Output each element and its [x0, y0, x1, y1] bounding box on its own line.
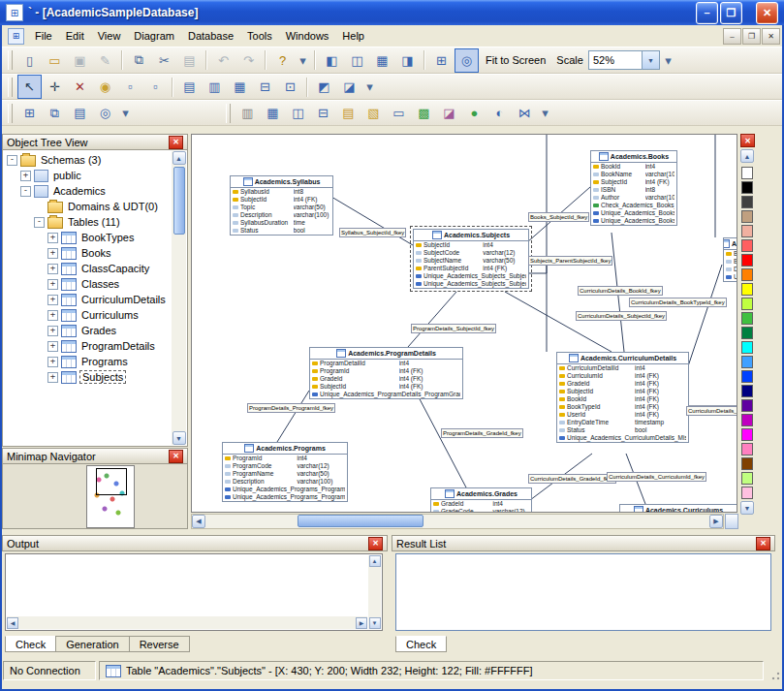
relation-label[interactable]: ProgramDetails_SubjectId_fkey [411, 324, 496, 333]
tree-expander-icon[interactable]: + [47, 341, 58, 352]
add-group-button[interactable]: ◐ [487, 101, 512, 125]
new-document-button[interactable]: ▯ [17, 48, 42, 73]
view-split-button[interactable]: ◫ [345, 48, 369, 73]
color-swatch-9[interactable] [741, 298, 753, 310]
add-stamp-button[interactable]: ◪ [437, 101, 461, 125]
color-swatch-22[interactable] [741, 487, 753, 499]
toolbar-grip[interactable] [8, 104, 13, 123]
close-icon[interactable] [169, 136, 183, 149]
entity-programdetails[interactable]: Academics.ProgramDetailsProgramDetailIdi… [309, 347, 463, 399]
relation-label[interactable]: ProgramDetails_ProgramId_fkey [247, 403, 335, 413]
color-swatch-13[interactable] [741, 356, 753, 368]
relation-label[interactable]: CurriculumDetails_UserId_fkey [686, 406, 737, 416]
scroll-down-icon[interactable] [172, 431, 186, 445]
same-width-button[interactable]: ⊟ [253, 75, 277, 99]
color-swatch-19[interactable] [741, 443, 753, 455]
menu-view[interactable]: View [91, 28, 128, 44]
close-icon[interactable] [740, 134, 755, 147]
maximize-button[interactable]: ❐ [720, 2, 742, 24]
tab-generation[interactable]: Generation [55, 636, 129, 652]
scale-combobox[interactable]: 52% [588, 50, 660, 70]
tree-item-academics[interactable]: -Academics [5, 183, 172, 199]
tree-item-programs[interactable]: +Programs [5, 354, 172, 369]
relation-label[interactable]: Subjects_ParentSubjectId_fkey [528, 256, 612, 266]
color-swatch-20[interactable] [741, 457, 753, 470]
zoom-tool-button[interactable]: ◎ [455, 48, 479, 73]
menu-edit[interactable]: Edit [59, 28, 91, 44]
print-diagram-button[interactable]: ▤ [68, 101, 92, 125]
tree-expander-icon[interactable]: + [47, 310, 58, 321]
color-swatch-0[interactable] [741, 167, 753, 179]
palette-scroll-up-icon[interactable] [740, 149, 754, 163]
toolbar-grip[interactable] [226, 104, 231, 123]
align-right-button[interactable]: ▦ [228, 75, 252, 99]
tree-item-subjects[interactable]: +Subjects [5, 369, 172, 385]
add-user-button[interactable]: ● [462, 101, 486, 125]
resize-grip[interactable] [767, 667, 781, 681]
add-table-button[interactable]: ▦ [261, 101, 285, 125]
move-tool[interactable]: ✛ [43, 75, 67, 99]
pan-tool[interactable]: ◉ [93, 75, 117, 99]
add-label-button[interactable]: ▭ [387, 101, 411, 125]
view-wide-button[interactable]: ◨ [395, 48, 420, 73]
scroll-left-icon[interactable] [7, 617, 18, 629]
menu-database[interactable]: Database [181, 28, 240, 44]
color-swatch-4[interactable] [741, 225, 753, 237]
tree-item-public[interactable]: +public [5, 168, 172, 183]
color-swatch-8[interactable] [741, 283, 753, 296]
copy-button[interactable]: ⧉ [127, 48, 151, 73]
view-grid-button[interactable]: ▦ [370, 48, 394, 73]
relation-label[interactable]: CurriculumDetails_CurriculumId_fkey [607, 472, 706, 482]
output-vscrollbar[interactable] [368, 555, 381, 629]
mdi-restore-button[interactable]: ❐ [742, 28, 761, 45]
undo-button[interactable]: ↶ [211, 48, 235, 73]
minimap-viewport[interactable] [96, 468, 127, 495]
tree-expander-icon[interactable]: - [20, 186, 31, 197]
entity-books[interactable]: Academics.BooksBookIdint4BookNamevarchar… [590, 150, 677, 226]
output-content[interactable] [5, 553, 383, 631]
color-swatch-21[interactable] [741, 472, 753, 485]
color-swatch-16[interactable] [741, 399, 753, 412]
tree-item-classes[interactable]: +Classes [5, 276, 172, 292]
paste-object-button[interactable]: ▥ [235, 101, 260, 125]
new-diagram-button[interactable]: ⊞ [17, 101, 42, 125]
color-swatch-1[interactable] [741, 181, 753, 194]
close-icon[interactable] [368, 537, 383, 550]
redo-button[interactable]: ↷ [236, 48, 261, 73]
scrollbar-track[interactable] [205, 515, 709, 528]
menu-tools[interactable]: Tools [240, 28, 279, 44]
align-middle-button[interactable]: ▥ [203, 75, 227, 99]
align-left-button[interactable]: ▤ [177, 75, 202, 99]
minimize-button[interactable]: – [696, 2, 718, 24]
relation-label[interactable]: CurriculumDetails_BookId_fkey [578, 286, 663, 296]
tree-expander-icon[interactable]: - [34, 217, 45, 228]
scroll-right-icon[interactable] [356, 617, 367, 629]
color-swatch-12[interactable] [741, 341, 753, 354]
tab-reverse[interactable]: Reverse [129, 636, 190, 652]
tree-expander-icon[interactable]: + [47, 295, 58, 305]
result-list-content[interactable] [395, 553, 771, 631]
tree-expander-icon[interactable]: + [47, 326, 58, 336]
cut-button[interactable]: ✂ [152, 48, 176, 73]
output-hscrollbar[interactable] [7, 616, 367, 629]
save-button[interactable]: ▣ [68, 48, 92, 73]
entity-booktypes[interactable]: Academics.BookTypesBookTypeIdint4BookTyp… [723, 237, 737, 282]
tree-expander-icon[interactable]: + [20, 171, 31, 181]
color-swatch-17[interactable] [741, 414, 753, 426]
scroll-right-icon[interactable] [709, 515, 723, 528]
entity-programs[interactable]: Academics.ProgramsProgramIdint4ProgramCo… [222, 442, 348, 502]
color-swatch-2[interactable] [741, 196, 753, 208]
tree-expander-icon[interactable]: + [47, 372, 58, 383]
scrollbar-track[interactable] [172, 165, 186, 431]
tree-item-programdetails[interactable]: +ProgramDetails [5, 338, 172, 354]
diagram-canvas[interactable]: Academics.SyllabusSyllabusIdint8SubjectI… [191, 134, 737, 513]
entity-curriculums[interactable]: Academics.Curriculums [619, 504, 737, 513]
scrollbar-thumb[interactable] [298, 515, 423, 527]
color-swatch-15[interactable] [741, 385, 753, 397]
arrange-dropdown[interactable]: ▾ [362, 75, 377, 99]
relation-label[interactable]: CurriculumDetails_GradeId_fkey [528, 474, 616, 484]
bring-front-button[interactable]: ◩ [312, 75, 336, 99]
tab-check[interactable]: Check [5, 636, 56, 652]
scale-dropdown[interactable]: ▾ [661, 48, 675, 73]
color-swatch-10[interactable] [741, 312, 753, 325]
